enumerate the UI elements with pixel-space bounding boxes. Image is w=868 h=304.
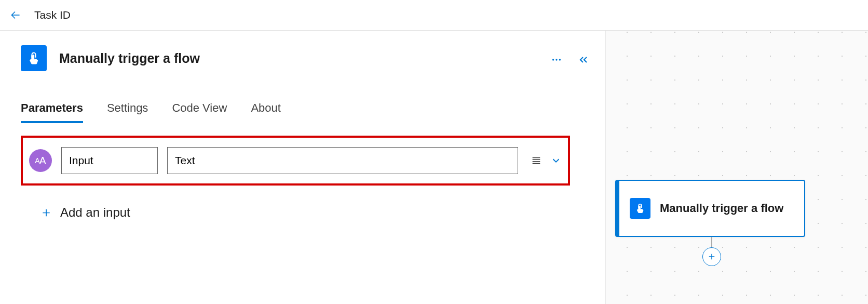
tab-settings[interactable]: Settings: [107, 101, 148, 123]
more-button[interactable]: [549, 52, 564, 67]
trigger-icon: [21, 45, 47, 71]
svg-point-0: [552, 59, 554, 60]
tab-parameters[interactable]: Parameters: [21, 101, 83, 123]
panel-actions: [549, 52, 591, 67]
plus-icon: [707, 252, 716, 261]
tab-code-view[interactable]: Code View: [172, 101, 227, 123]
collapse-panel-button[interactable]: [576, 52, 591, 67]
chevron-down-icon: [550, 155, 562, 166]
ellipsis-icon: [551, 54, 562, 65]
page-title: Task ID: [34, 9, 71, 21]
back-button[interactable]: [7, 7, 24, 23]
touch-icon: [634, 203, 646, 214]
panel-header: Manually trigger a flow: [21, 45, 585, 71]
touch-icon: [26, 51, 41, 65]
panel-title: Manually trigger a flow: [59, 51, 200, 66]
add-input-button[interactable]: ＋ Add an input: [39, 203, 585, 221]
reorder-button[interactable]: [531, 155, 542, 166]
input-row-highlighted: AA: [21, 136, 570, 186]
arrow-left-icon: [9, 8, 22, 22]
add-input-label: Add an input: [60, 205, 130, 220]
details-panel: Manually trigger a flow Parameters Setti…: [0, 31, 605, 304]
input-row-actions: [527, 155, 565, 166]
input-name-field[interactable]: [61, 147, 158, 174]
svg-point-1: [555, 59, 557, 60]
trigger-card[interactable]: Manually trigger a flow: [615, 180, 805, 237]
connector-line: [711, 237, 712, 247]
svg-point-2: [559, 59, 561, 60]
list-icon: [531, 155, 542, 166]
tab-about[interactable]: About: [251, 101, 281, 123]
plus-icon: ＋: [39, 203, 53, 221]
add-step-button[interactable]: [702, 247, 721, 266]
trigger-card-icon: [630, 198, 650, 219]
topbar: Task ID: [0, 0, 868, 31]
input-value-field[interactable]: [167, 147, 518, 174]
text-type-badge: AA: [29, 149, 52, 172]
trigger-card-title: Manually trigger a flow: [660, 201, 783, 216]
flow-canvas[interactable]: Manually trigger a flow: [605, 31, 868, 304]
content-area: Manually trigger a flow Parameters Setti…: [0, 31, 868, 304]
chevron-double-left-icon: [577, 54, 590, 66]
expand-options-button[interactable]: [550, 155, 562, 166]
tabs: Parameters Settings Code View About: [21, 101, 585, 123]
